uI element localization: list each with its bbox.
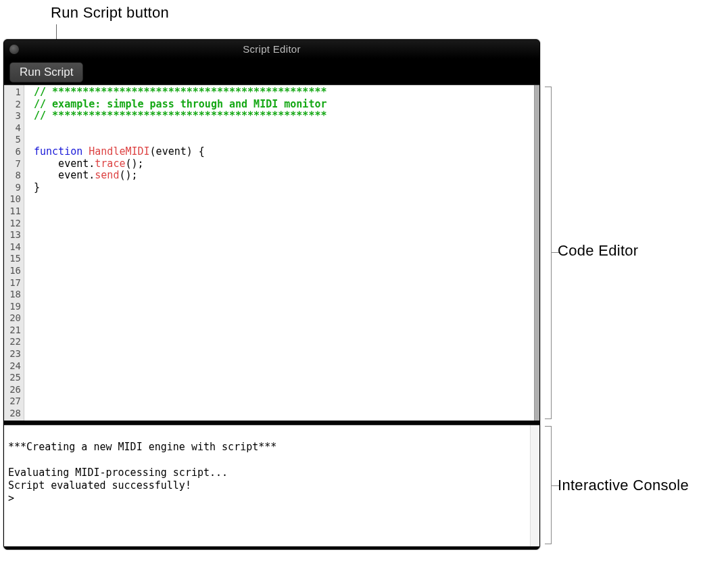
error-strip xyxy=(534,85,539,421)
code-area[interactable]: // *************************************… xyxy=(24,85,534,421)
window-title: Script Editor xyxy=(243,43,301,55)
toolbar: Run Script xyxy=(4,59,539,85)
console-output[interactable]: ***Creating a new MIDI engine with scrip… xyxy=(4,425,530,546)
annotation-interactive-console: Interactive Console xyxy=(558,477,689,494)
interactive-console-pane[interactable]: ***Creating a new MIDI engine with scrip… xyxy=(4,425,539,546)
annotation-code-editor: Code Editor xyxy=(558,242,638,260)
run-script-button[interactable]: Run Script xyxy=(9,62,83,82)
window-bottom-edge xyxy=(4,546,539,549)
annotation-bracket-console xyxy=(545,426,552,544)
script-editor-window: Script Editor Run Script 1 2 3 4 5 6 7 8… xyxy=(3,39,540,550)
window-titlebar[interactable]: Script Editor xyxy=(4,40,539,59)
close-icon[interactable] xyxy=(9,45,19,54)
line-number-gutter: 1 2 3 4 5 6 7 8 9 10 11 12 13 14 15 16 1… xyxy=(4,85,24,421)
annotation-run-script: Run Script button xyxy=(51,4,169,22)
annotation-bracket-editor xyxy=(545,87,552,419)
code-editor-pane[interactable]: 1 2 3 4 5 6 7 8 9 10 11 12 13 14 15 16 1… xyxy=(4,85,539,421)
scrollbar[interactable] xyxy=(530,425,539,546)
